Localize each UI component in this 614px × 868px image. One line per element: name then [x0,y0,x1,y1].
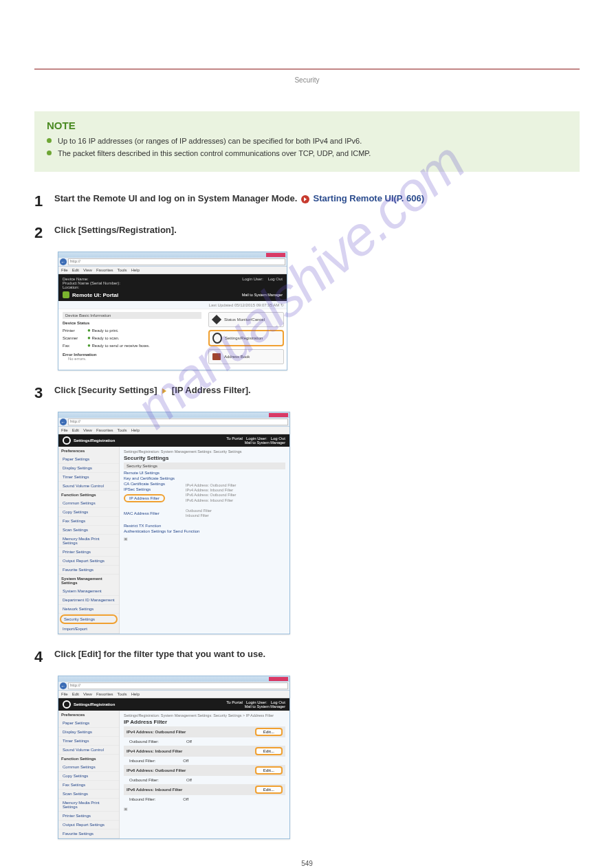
edit-button[interactable]: Edit... [255,786,283,794]
window-close[interactable] [266,253,285,257]
sidebar-item[interactable]: Output Report Settings [58,557,119,566]
menu-tools[interactable]: Tools [118,268,127,272]
printer-status: Ready to print. [92,329,119,333]
sidebar-item[interactable]: Memory Media Print Settings [58,535,119,548]
sidebar-item[interactable]: Department ID Management [58,596,119,605]
back-icon[interactable]: ← [60,419,67,425]
menu-tools[interactable]: Tools [118,692,127,696]
mail-link[interactable]: Mail to System Manager [226,704,285,709]
link-restrict-tx[interactable]: Restrict TX Function [124,524,285,528]
mail-link[interactable]: Mail to System Manager [242,293,283,297]
logout-link[interactable]: Log Out [268,277,283,281]
sidebar-item-security[interactable]: Security Settings [60,614,118,624]
sidebar-item[interactable]: Display Settings [58,728,119,737]
filter-label: Inbound Filter: [129,797,155,801]
sidebar-item[interactable]: Timer Settings [58,737,119,746]
sidebar-item[interactable]: Import/Export [58,625,119,634]
filter-head: IPv6 Address: Outbound Filter [127,768,186,772]
sidebar-item[interactable]: Paper Settings [58,719,119,728]
url-bar[interactable]: http:// [68,258,285,265]
menu-edit[interactable]: Edit [72,268,79,272]
menu-tools[interactable]: Tools [118,428,127,432]
sidebar-item[interactable]: Fax Settings [58,517,119,526]
sidebar-item[interactable]: Sound Volume Control [58,482,119,491]
sidebar-item[interactable]: Paper Settings [58,455,119,464]
device-basic-info: Device Basic Information [63,312,201,319]
edit-button[interactable]: Edit... [255,766,283,775]
filter-label: Inbound Filter: [129,759,155,763]
browser-menu[interactable]: File Edit View Favorites Tools Help [58,427,289,434]
sidebar-item[interactable]: System Management [58,587,119,596]
sidebar-item[interactable]: Common Settings [58,763,119,772]
sidebar-item[interactable]: Copy Settings [58,772,119,781]
address-book-button[interactable]: Address Book [208,349,284,364]
sidebar-item[interactable]: Network Settings [58,605,119,614]
sidebar-item[interactable]: Timer Settings [58,473,119,482]
gear-icon [212,333,222,344]
link-auth-send[interactable]: Authentication Settings for Send Functio… [124,529,285,533]
note-item: Up to 16 IP addresses (or ranges of IP a… [47,135,567,148]
menu-file[interactable]: File [61,268,68,272]
menu-view[interactable]: View [83,428,92,432]
menu-file[interactable]: File [61,428,68,432]
window-close[interactable] [269,413,288,417]
sidebar-item[interactable]: Common Settings [58,499,119,508]
sidebar-item[interactable]: Sound Volume Control [58,746,119,755]
link-remote-ui[interactable]: Remote UI Settings [124,471,285,475]
sidebar-item[interactable]: Copy Settings [58,508,119,517]
menu-view[interactable]: View [83,268,92,272]
sidebar-head-preferences: Preferences [58,447,119,455]
settings-registration-button[interactable]: Settings/Registration [208,330,284,346]
sidebar-item[interactable]: Display Settings [58,464,119,473]
sidebar-item[interactable]: Favorite Settings [58,566,119,575]
to-portal-link[interactable]: To Portal [226,436,243,441]
menu-favorites[interactable]: Favorites [96,428,113,432]
sidebar-item[interactable]: Memory Media Print Settings [58,799,119,812]
sublist-item: IPv6 Address: Outbound Filter [186,493,285,498]
expand-icon[interactable]: ▣ [124,536,285,541]
last-updated: Last Updated 05/12/2015 09:07:35 AM [209,303,280,307]
menu-help[interactable]: Help [131,268,140,272]
step-1: 1 Start the Remote UI and log on in Syst… [34,192,580,210]
menu-edit[interactable]: Edit [72,428,79,432]
app-title: Settings/Registration [74,438,115,443]
to-portal-link[interactable]: To Portal [226,700,243,704]
sidebar-item[interactable]: Scan Settings [58,526,119,535]
sidebar-item[interactable]: Printer Settings [58,812,119,821]
arrow-icon [162,388,166,394]
breadcrumb: Settings/Registration: System Management… [124,449,285,454]
back-icon[interactable]: ← [60,258,67,265]
menu-favorites[interactable]: Favorites [96,268,113,272]
sidebar-item[interactable]: Output Report Settings [58,821,119,830]
edit-button[interactable]: Edit... [255,747,283,755]
sidebar-item[interactable]: Printer Settings [58,548,119,557]
expand-icon[interactable]: ▣ [124,806,285,811]
status-monitor-button[interactable]: Status Monitor/Cancel [208,312,284,327]
menu-view[interactable]: View [83,692,92,696]
sublist-item: Outbound Filter [186,509,285,513]
url-bar[interactable]: http:// [68,419,288,425]
sidebar-item[interactable]: Fax Settings [58,781,119,790]
mail-link[interactable]: Mail to System Manager [226,441,285,445]
link-key-cert[interactable]: Key and Certificate Settings [124,476,285,480]
edit-button[interactable]: Edit... [255,728,283,736]
window-close[interactable] [269,677,288,681]
browser-menu[interactable]: File Edit View Favorites Tools Help [58,267,287,274]
fax-label: Fax [63,344,87,348]
menu-edit[interactable]: Edit [72,692,79,696]
step-1-link[interactable]: Starting Remote UI(P. 606) [314,193,425,203]
sidebar-item[interactable]: Favorite Settings [58,830,119,838]
menu-file[interactable]: File [61,692,68,696]
sidebar-item[interactable]: Scan Settings [58,790,119,799]
step-3-title-a: Click [Security Settings] [54,385,157,395]
ip-address-filter-link[interactable]: IP Address Filter [124,494,165,502]
browser-menu[interactable]: File Edit View Favorites Tools Help [58,691,289,698]
menu-help[interactable]: Help [131,428,140,432]
back-icon[interactable]: ← [60,682,67,689]
sidebar: Preferences Paper Settings Display Setti… [58,447,120,634]
menu-favorites[interactable]: Favorites [96,692,113,696]
menu-help[interactable]: Help [131,692,140,696]
url-bar[interactable]: http:// [68,682,288,689]
refresh-icon[interactable]: ↻ [281,303,284,307]
address-book-label: Address Book [224,355,250,359]
